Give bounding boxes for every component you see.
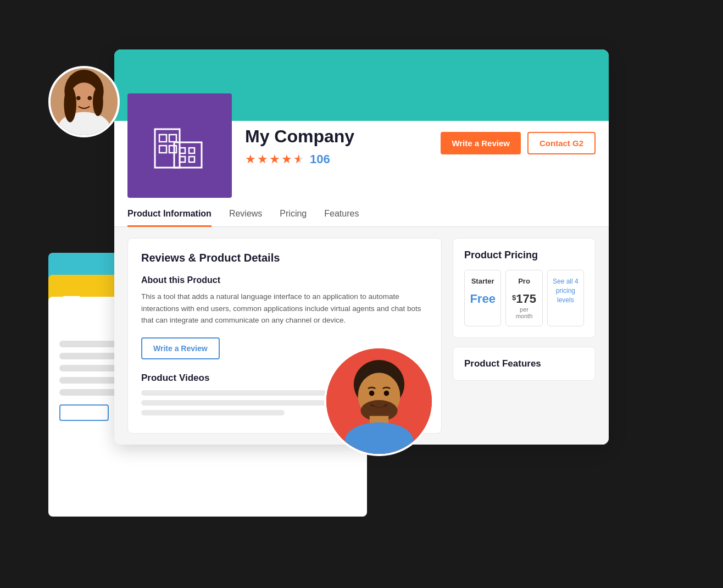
svg-rect-20 (169, 135, 176, 142)
svg-rect-18 (159, 135, 166, 142)
company-details: My Company ★ ★ ★ ★ ★ ★ 106 (232, 93, 441, 174)
svg-rect-24 (189, 148, 194, 153)
contact-g2-button[interactable]: Contact G2 (527, 132, 596, 154)
company-building-icon (149, 118, 210, 173)
tab-reviews[interactable]: Reviews (229, 202, 262, 227)
tier-starter: Starter Free (464, 270, 501, 326)
pricing-card-title: Product Pricing (464, 249, 584, 261)
svg-rect-22 (174, 142, 202, 168)
see-all-link[interactable]: See all 4 pricing levels (552, 277, 579, 304)
write-review-outline-button[interactable]: Write a Review (141, 337, 220, 359)
action-buttons: Write a Review Contact G2 (441, 132, 596, 154)
write-review-button[interactable]: Write a Review (441, 132, 521, 154)
star-2: ★ (257, 152, 268, 167)
rating-row: ★ ★ ★ ★ ★ ★ 106 (245, 152, 441, 167)
tier-pro: Pro $175 per month (505, 270, 542, 326)
star-rating: ★ ★ ★ ★ ★ ★ (245, 152, 304, 167)
review-count: 106 (310, 152, 330, 167)
svg-point-16 (88, 96, 92, 101)
tier-starter-name: Starter (469, 277, 496, 285)
tab-pricing[interactable]: Pricing (280, 202, 307, 227)
navigation-tabs: Product Information Reviews Pricing Feat… (114, 202, 609, 227)
about-title: About this Product (141, 275, 428, 285)
star-half: ★ ★ (293, 152, 304, 167)
svg-rect-21 (169, 146, 176, 153)
tier-pro-name: Pro (510, 277, 537, 285)
company-info-row: My Company ★ ★ ★ ★ ★ ★ 106 Write a Revie… (114, 93, 609, 198)
tier-starter-price: Free (469, 292, 496, 306)
svg-point-14 (93, 87, 103, 117)
svg-point-13 (64, 86, 76, 123)
company-logo-box (127, 93, 232, 198)
tab-features[interactable]: Features (324, 202, 359, 227)
features-card-title: Product Features (464, 358, 584, 369)
placeholder-line-3 (141, 410, 285, 415)
svg-point-15 (76, 96, 81, 101)
tier-see-all[interactable]: See all 4 pricing levels (547, 270, 584, 326)
star-1: ★ (245, 152, 256, 167)
product-description: This a tool that adds a natural language… (141, 291, 428, 326)
right-panel: Product Pricing Starter Free Pro $175 pe… (453, 238, 596, 434)
avatar-woman (48, 66, 120, 137)
tier-pro-period: per month (510, 306, 537, 319)
company-name: My Company (245, 126, 441, 147)
star-4: ★ (281, 152, 292, 167)
svg-rect-26 (189, 157, 194, 162)
section-title: Reviews & Product Details (141, 252, 428, 264)
features-card: Product Features (453, 347, 596, 381)
tier-pro-price: $175 per month (510, 292, 537, 319)
svg-rect-19 (159, 146, 166, 153)
avatar-man (324, 346, 434, 456)
svg-point-33 (369, 391, 375, 396)
pricing-card: Product Pricing Starter Free Pro $175 pe… (453, 238, 596, 338)
tier-pro-amount: 175 (516, 292, 536, 306)
svg-point-34 (384, 391, 390, 396)
star-3: ★ (269, 152, 280, 167)
pricing-tiers: Starter Free Pro $175 per month See all … (464, 270, 584, 326)
tab-product-information[interactable]: Product Information (127, 202, 212, 227)
